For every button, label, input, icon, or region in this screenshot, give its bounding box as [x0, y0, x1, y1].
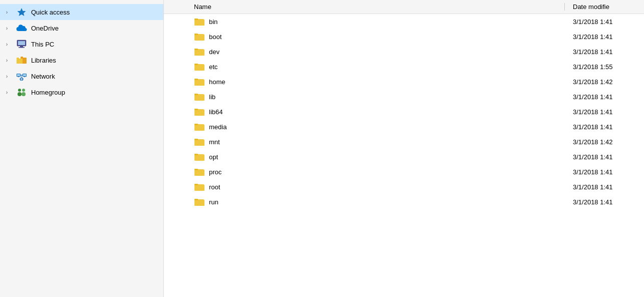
- file-name: bin: [209, 18, 218, 26]
- table-row[interactable]: mnt 3/1/2018 1:42: [164, 134, 644, 149]
- file-row-name: mnt: [164, 137, 565, 146]
- chevron-right-icon-libraries: ›: [6, 58, 14, 63]
- chevron-right-icon-homegroup: ›: [6, 90, 14, 95]
- file-name: etc: [209, 63, 218, 71]
- table-row[interactable]: home 3/1/2018 1:42: [164, 74, 644, 89]
- svg-rect-10: [17, 74, 20, 76]
- svg-marker-0: [18, 8, 26, 16]
- main-content: Name Date modifie bin 3/1/2018 1:41: [164, 0, 644, 297]
- folder-icon: [194, 107, 205, 116]
- svg-rect-47: [194, 94, 198, 95]
- column-date-header[interactable]: Date modifie: [565, 3, 644, 11]
- svg-rect-6: [21, 57, 23, 58]
- svg-rect-39: [194, 64, 198, 65]
- svg-rect-11: [18, 77, 20, 77]
- file-row-name: home: [164, 77, 565, 86]
- folder-icon: [194, 77, 205, 86]
- this-pc-icon: [16, 39, 27, 49]
- file-name: root: [209, 183, 220, 191]
- table-row[interactable]: bin 3/1/2018 1:41: [164, 14, 644, 29]
- sidebar-item-this-pc[interactable]: › This PC: [0, 36, 163, 52]
- svg-rect-2: [18, 41, 25, 45]
- file-row-name: etc: [164, 62, 565, 71]
- folder-icon: [194, 182, 205, 191]
- file-name: opt: [209, 153, 218, 161]
- table-row[interactable]: opt 3/1/2018 1:41: [164, 149, 644, 164]
- svg-rect-35: [194, 49, 198, 50]
- table-row[interactable]: root 3/1/2018 1:41: [164, 179, 644, 194]
- file-name: media: [209, 123, 227, 131]
- svg-point-21: [18, 92, 22, 96]
- svg-point-20: [18, 89, 21, 92]
- sidebar-item-label-libraries: Libraries: [31, 57, 56, 64]
- chevron-right-icon-network: ›: [6, 74, 14, 79]
- column-name-header[interactable]: Name: [164, 3, 565, 11]
- folder-icon: [194, 152, 205, 161]
- file-date: 3/1/2018 1:41: [565, 198, 644, 206]
- sidebar-item-onedrive[interactable]: › OneDrive: [0, 20, 163, 36]
- chevron-right-icon-thispc: ›: [6, 42, 14, 47]
- folder-icon: [194, 197, 205, 206]
- svg-rect-63: [194, 154, 198, 155]
- folder-icon: [194, 137, 205, 146]
- svg-rect-13: [23, 74, 26, 76]
- svg-rect-71: [194, 184, 198, 185]
- folder-icon: [194, 17, 205, 26]
- file-row-name: dev: [164, 47, 565, 56]
- table-row[interactable]: etc 3/1/2018 1:55: [164, 59, 644, 74]
- file-name: home: [209, 78, 226, 86]
- file-row-name: bin: [164, 17, 565, 26]
- network-icon: [16, 71, 27, 81]
- svg-rect-3: [20, 46, 23, 47]
- folder-icon: [194, 47, 205, 56]
- file-date: 3/1/2018 1:41: [565, 108, 644, 116]
- folder-icon: [194, 122, 205, 131]
- svg-rect-75: [194, 199, 198, 200]
- svg-rect-51: [194, 109, 198, 110]
- quick-access-icon: [16, 7, 27, 17]
- file-name: lib: [209, 93, 216, 101]
- svg-rect-59: [194, 139, 198, 140]
- file-name: run: [209, 198, 219, 206]
- file-date: 3/1/2018 1:41: [565, 33, 644, 41]
- sidebar-item-label-quick-access: Quick access: [31, 9, 70, 16]
- table-row[interactable]: proc 3/1/2018 1:41: [164, 164, 644, 179]
- sidebar: › Quick access › OneDrive › This PC: [0, 0, 164, 297]
- file-name: lib64: [209, 108, 223, 116]
- table-row[interactable]: lib64 3/1/2018 1:41: [164, 104, 644, 119]
- sidebar-item-libraries[interactable]: › Libraries: [0, 52, 163, 68]
- file-row-name: media: [164, 122, 565, 131]
- sidebar-item-label-thispc: This PC: [31, 41, 54, 48]
- svg-rect-4: [19, 47, 25, 48]
- sidebar-item-label-onedrive: OneDrive: [31, 25, 59, 32]
- file-row-name: root: [164, 182, 565, 191]
- file-date: 3/1/2018 1:41: [565, 93, 644, 101]
- sidebar-item-homegroup[interactable]: › Homegroup: [0, 84, 163, 100]
- svg-rect-31: [194, 34, 198, 35]
- file-row-name: boot: [164, 32, 565, 41]
- svg-rect-8: [17, 58, 19, 59]
- sidebar-item-network[interactable]: › Network: [0, 68, 163, 84]
- file-name: proc: [209, 168, 222, 176]
- svg-rect-27: [194, 19, 198, 20]
- folder-icon: [194, 92, 205, 101]
- table-row[interactable]: media 3/1/2018 1:41: [164, 119, 644, 134]
- sidebar-item-quick-access[interactable]: › Quick access: [0, 4, 163, 20]
- file-date: 3/1/2018 1:41: [565, 48, 644, 56]
- folder-icon: [194, 167, 205, 176]
- file-date: 3/1/2018 1:42: [565, 78, 644, 86]
- file-list: bin 3/1/2018 1:41 boot 3/1/2018 1:41: [164, 14, 644, 297]
- file-date: 3/1/2018 1:41: [565, 18, 644, 26]
- sidebar-item-label-network: Network: [31, 73, 55, 80]
- svg-rect-7: [17, 59, 23, 64]
- table-row[interactable]: dev 3/1/2018 1:41: [164, 44, 644, 59]
- svg-point-22: [22, 89, 25, 92]
- file-row-name: opt: [164, 152, 565, 161]
- table-row[interactable]: boot 3/1/2018 1:41: [164, 29, 644, 44]
- file-row-name: lib: [164, 92, 565, 101]
- file-row-name: run: [164, 197, 565, 206]
- file-name: boot: [209, 33, 222, 41]
- table-row[interactable]: run 3/1/2018 1:41: [164, 194, 644, 209]
- table-row[interactable]: lib 3/1/2018 1:41: [164, 89, 644, 104]
- libraries-icon: [16, 55, 27, 65]
